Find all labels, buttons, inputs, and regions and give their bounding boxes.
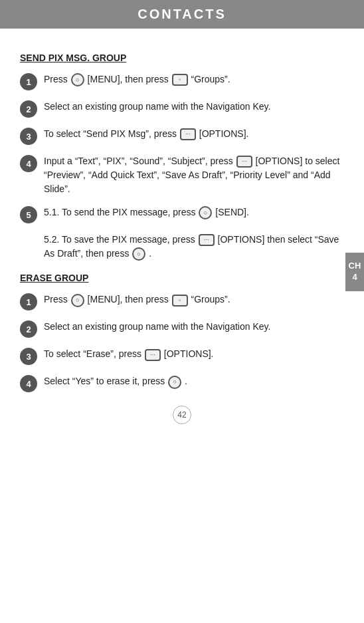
ok-button-icon-3: ○ <box>71 294 84 307</box>
page-number: 42 <box>173 406 191 424</box>
step-number-2: 2 <box>20 100 37 118</box>
ok-button-icon-2: ○ <box>132 247 145 261</box>
erase-step-3-text: To select “Erase”, press ⋯ [OPTIONS]. <box>44 347 344 361</box>
step-1-text: Press ○ [MENU], then press ▫ “Groups”. <box>44 72 344 86</box>
send-pix-step-4: 4 Input a “Text”, “PIX”, “Sound”, “Subje… <box>20 154 344 196</box>
send-ok-icon: ○ <box>199 206 212 219</box>
erase-heading: ERASE GROUP <box>20 273 344 283</box>
send-pix-step-3: 3 To select “Send PIX Msg”, press ⋯ [OPT… <box>20 127 344 145</box>
erase-step-3: 3 To select “Erase”, press ⋯ [OPTIONS]. <box>20 347 344 365</box>
chapter-tab: CH4 <box>345 253 364 291</box>
erase-step-4-text: Select “Yes” to erase it, press ○ . <box>44 374 344 388</box>
header-title: CONTACTS <box>137 7 227 21</box>
erase-step-number-1: 1 <box>20 293 37 311</box>
options-key-icon: ⋯ <box>180 128 196 140</box>
erase-step-number-2: 2 <box>20 320 37 338</box>
erase-step-1-text: Press ○ [MENU], then press ▫ “Groups”. <box>44 293 344 307</box>
main-content: SEND PIX MSG. GROUP 1 Press ○ [MENU], th… <box>0 29 364 451</box>
erase-step-number-4: 4 <box>20 375 37 392</box>
step-2-text: Select an existing group name with the N… <box>44 100 344 114</box>
step-number-5: 5 <box>20 206 37 223</box>
send-pix-step-2: 2 Select an existing group name with the… <box>20 100 344 118</box>
erase-step-1: 1 Press ○ [MENU], then press ▫ “Groups”. <box>20 293 344 311</box>
step-number-4: 4 <box>20 155 37 172</box>
step-number-1: 1 <box>20 73 37 90</box>
erase-step-4: 4 Select “Yes” to erase it, press ○ . <box>20 374 344 392</box>
step-3-text: To select “Send PIX Msg”, press ⋯ [OPTIO… <box>44 127 344 141</box>
step-number-3: 3 <box>20 128 37 145</box>
step-4-text: Input a “Text”, “PIX”, “Sound”, “Subject… <box>44 154 344 196</box>
erase-step-2-text: Select an existing group name with the N… <box>44 320 344 334</box>
step-5-text: 5.1. To send the PIX message, press ○ [S… <box>44 205 344 219</box>
send-pix-sub-step-52: 5.2. To save the PIX message, press ⋯ [O… <box>44 233 344 261</box>
options-key-icon-2: ⋯ <box>236 156 252 168</box>
options-key-icon-3: ⋯ <box>199 234 215 246</box>
erase-step-2: 2 Select an existing group name with the… <box>20 320 344 338</box>
send-pix-heading: SEND PIX MSG. GROUP <box>20 53 344 63</box>
groups-key-icon-2: ▫ <box>172 295 188 307</box>
send-pix-step-1: 1 Press ○ [MENU], then press ▫ “Groups”. <box>20 72 344 90</box>
page-header: CONTACTS <box>0 0 364 29</box>
options-key-icon-4: ⋯ <box>145 349 161 361</box>
ok-button-icon-4: ○ <box>168 376 181 389</box>
ok-button-icon: ○ <box>71 73 84 86</box>
groups-key-icon: ▫ <box>172 74 188 86</box>
send-pix-step-5: 5 5.1. To send the PIX message, press ○ … <box>20 205 344 223</box>
erase-step-number-3: 3 <box>20 348 37 365</box>
